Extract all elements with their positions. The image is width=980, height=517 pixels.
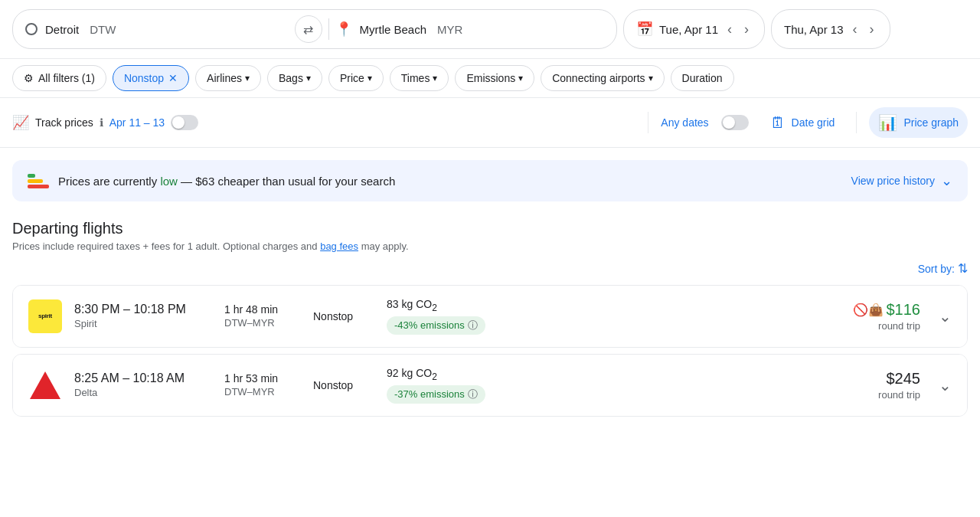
spirit-expand-icon[interactable]: ⌄ xyxy=(939,307,952,326)
view-separator xyxy=(856,112,857,133)
depart-date-group[interactable]: 📅 Tue, Apr 11 ‹ › xyxy=(623,9,765,49)
track-label: Track prices xyxy=(35,116,93,129)
spirit-round-trip: round trip xyxy=(844,320,920,332)
times-filter-button[interactable]: Times ▾ xyxy=(390,65,449,91)
return-date: Thu, Apr 13 xyxy=(784,23,844,36)
return-date-group[interactable]: Thu, Apr 13 ‹ › xyxy=(771,9,890,49)
sort-row: Sort by: ⇅ xyxy=(12,261,968,276)
flight-times-spirit: 8:30 PM – 10:18 PM Spirit xyxy=(74,303,212,329)
spirit-airline-name: Spirit xyxy=(74,318,212,329)
search-bar: Detroit DTW ⇄ 📍 Myrtle Beach MYR 📅 Tue, … xyxy=(0,0,980,59)
times-label: Times xyxy=(401,72,430,84)
delta-emissions-pct: -37% emissions xyxy=(394,388,465,400)
flight-stops-spirit: Nonstop xyxy=(313,310,374,322)
flight-card-spirit: spirit 8:30 PM – 10:18 PM Spirit 1 hr 48… xyxy=(12,285,968,348)
delta-round-trip: round trip xyxy=(844,389,920,401)
spirit-emissions-info-icon[interactable]: ⓘ xyxy=(468,319,478,332)
duration-label: Duration xyxy=(682,72,723,84)
spirit-bag-icon: 🚫👜 xyxy=(853,303,884,317)
banner-right[interactable]: View price history ⌄ xyxy=(851,172,952,189)
any-dates-label: Any dates xyxy=(661,116,708,129)
spirit-emissions-pct: -43% emissions xyxy=(394,319,465,331)
filter-icon: ⚙ xyxy=(24,72,34,84)
delta-triangle-icon xyxy=(30,371,60,399)
spirit-emissions-val: 83 kg CO2 xyxy=(387,298,831,313)
price-level-icon xyxy=(28,174,49,188)
date-grid-button[interactable]: 🗓 Date grid xyxy=(761,108,844,138)
depart-prev-button[interactable]: ‹ xyxy=(724,18,735,41)
track-info-icon[interactable]: ℹ xyxy=(100,116,103,129)
times-chevron-icon: ▾ xyxy=(433,73,437,83)
flight-row-delta[interactable]: 8:25 AM – 10:18 AM Delta 1 hr 53 min DTW… xyxy=(13,355,967,416)
delta-emissions-info-icon[interactable]: ⓘ xyxy=(468,388,478,401)
subtitle-text: Prices include required taxes + fees for… xyxy=(12,241,320,252)
emissions-label: Emissions xyxy=(466,72,515,84)
banner-text: Prices are currently low — $63 cheaper t… xyxy=(58,175,395,188)
flight-row-spirit[interactable]: spirit 8:30 PM – 10:18 PM Spirit 1 hr 48… xyxy=(13,286,967,347)
date-grid-label: Date grid xyxy=(792,116,835,129)
depart-date: Tue, Apr 11 xyxy=(659,23,718,36)
flight-price-delta: $245 round trip xyxy=(844,370,920,401)
flight-stops-delta: Nonstop xyxy=(313,379,374,391)
delta-airline-name: Delta xyxy=(74,387,212,398)
delta-logo-image xyxy=(28,368,62,402)
delta-expand-icon[interactable]: ⌄ xyxy=(939,376,952,394)
filter-bar: ⚙ All filters (1) Nonstop ✕ Airlines ▾ B… xyxy=(0,59,980,98)
connecting-airports-filter-button[interactable]: Connecting airports ▾ xyxy=(541,65,664,91)
delta-depart: 8:25 AM xyxy=(74,371,119,384)
connecting-airports-label: Connecting airports xyxy=(552,72,645,84)
swap-button[interactable]: ⇄ xyxy=(295,15,322,43)
nonstop-remove-icon[interactable]: ✕ xyxy=(168,72,178,84)
banner-left: Prices are currently low — $63 cheaper t… xyxy=(28,174,395,188)
spirit-logo-image: spirit xyxy=(28,299,62,333)
delta-route: DTW–MYR xyxy=(224,386,301,398)
price-filter-button[interactable]: Price ▾ xyxy=(328,65,384,91)
price-label: Price xyxy=(340,72,364,84)
price-graph-button[interactable]: 📊 Price graph xyxy=(869,107,968,138)
date-grid-icon: 🗓 xyxy=(770,114,786,132)
track-left: 📈 Track prices ℹ Apr 11 – 13 xyxy=(12,114,635,131)
track-prices-bar: 📈 Track prices ℹ Apr 11 – 13 Any dates 🗓… xyxy=(0,98,980,148)
delta-emissions-val: 92 kg CO2 xyxy=(387,367,831,382)
return-prev-button[interactable]: ‹ xyxy=(850,18,861,41)
spirit-logo-text: spirit xyxy=(38,312,52,319)
spirit-price: 🚫👜 $116 xyxy=(844,301,920,319)
spirit-times: 8:30 PM – 10:18 PM xyxy=(74,303,212,316)
spirit-emissions-badge: -43% emissions ⓘ xyxy=(387,316,485,335)
sort-by-button[interactable]: Sort by: ⇅ xyxy=(918,261,968,276)
track-right: 🗓 Date grid 📊 Price graph xyxy=(761,107,968,138)
bags-filter-button[interactable]: Bags ▾ xyxy=(267,65,322,91)
bags-chevron-icon: ▾ xyxy=(306,73,311,83)
dest-input[interactable]: 📍 Myrtle Beach MYR xyxy=(335,21,605,38)
calendar-icon: 📅 xyxy=(636,21,653,38)
origin-icon xyxy=(25,23,38,35)
track-separator xyxy=(648,112,648,133)
all-filters-label: All filters (1) xyxy=(38,72,95,84)
flight-emissions-spirit: 83 kg CO2 -43% emissions ⓘ xyxy=(387,298,831,335)
connecting-airports-chevron-icon: ▾ xyxy=(648,73,653,83)
dest-code: MYR xyxy=(437,23,462,36)
expand-icon: ⌄ xyxy=(941,172,952,189)
bags-label: Bags xyxy=(279,72,303,84)
flight-duration-spirit: 1 hr 48 min DTW–MYR xyxy=(224,303,301,329)
nonstop-chip[interactable]: Nonstop ✕ xyxy=(113,65,189,91)
emissions-filter-button[interactable]: Emissions ▾ xyxy=(455,65,534,91)
depart-next-button[interactable]: › xyxy=(741,18,752,41)
banner-suffix: — $63 cheaper than usual for your search xyxy=(178,175,395,188)
spirit-route: DTW–MYR xyxy=(224,317,301,329)
sort-label: Sort by: xyxy=(918,263,955,275)
dest-city: Myrtle Beach xyxy=(360,23,427,36)
track-prices-toggle[interactable] xyxy=(171,115,198,130)
section-title: Departing flights xyxy=(12,220,968,237)
divider xyxy=(328,18,329,40)
origin-input[interactable]: Detroit DTW xyxy=(25,23,295,36)
all-filters-button[interactable]: ⚙ All filters (1) xyxy=(12,65,106,91)
return-next-button[interactable]: › xyxy=(867,18,877,41)
duration-filter-button[interactable]: Duration xyxy=(671,65,734,91)
airlines-filter-button[interactable]: Airlines ▾ xyxy=(195,65,261,91)
section-subtitle: Prices include required taxes + fees for… xyxy=(12,241,968,252)
emissions-chevron-icon: ▾ xyxy=(518,73,523,83)
bag-fees-link[interactable]: bag fees xyxy=(320,241,358,252)
any-dates-toggle[interactable] xyxy=(721,115,749,130)
spirit-depart: 8:30 PM xyxy=(74,303,120,316)
